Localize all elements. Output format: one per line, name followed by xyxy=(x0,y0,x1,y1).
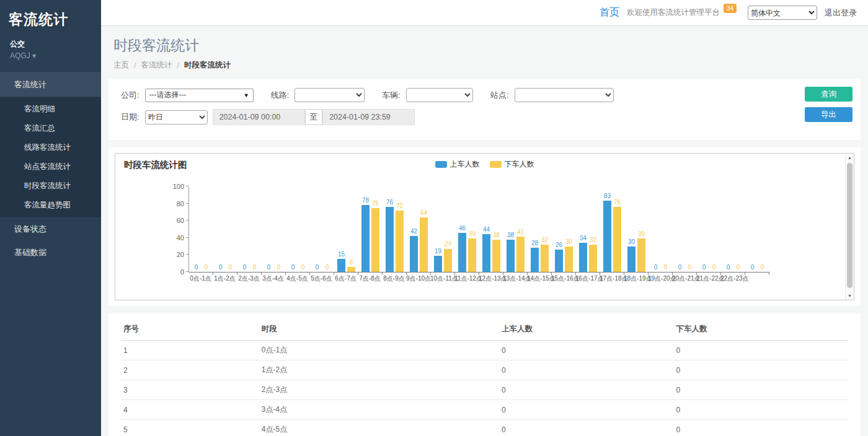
y-axis-tick-label: 20 xyxy=(161,251,184,258)
breadcrumb-current: 时段客流统计 xyxy=(184,60,231,71)
bar: 32 xyxy=(541,245,549,272)
bar-group: 00 xyxy=(673,186,697,272)
language-select[interactable]: 简体中文 xyxy=(748,6,817,20)
sidebar-subitem[interactable]: 线路客流统计 xyxy=(0,138,101,157)
bar: 32 xyxy=(589,245,597,272)
x-axis-tick-label: 19点-20点 xyxy=(648,274,672,283)
chart-scrollbar[interactable]: ▲ ▼ xyxy=(845,154,854,300)
bar: 41 xyxy=(516,237,525,272)
x-axis-tick-label: 11点-12点 xyxy=(454,274,479,283)
legend-item[interactable]: 上车人数 xyxy=(435,159,480,170)
company-select[interactable]: ---请选择--- ▼ xyxy=(145,89,254,102)
bar: 75 xyxy=(371,208,379,272)
y-axis-tick-label: 0 xyxy=(161,268,184,276)
bar-value-label: 0 xyxy=(267,264,271,271)
table-header-cell: 上车人数 xyxy=(499,318,674,341)
profile-account-dropdown[interactable]: AQGJ ▾ xyxy=(10,51,101,60)
filter-panel: 公司: ---请选择--- ▼ 线路: 车辆: 站点: 日期: 昨日 xyxy=(108,79,861,140)
breadcrumb-section[interactable]: 客流统计 xyxy=(141,60,172,71)
bar-value-label: 0 xyxy=(664,264,668,271)
bar-value-label: 0 xyxy=(277,264,281,271)
bar-value-label: 0 xyxy=(326,264,329,271)
station-select[interactable] xyxy=(515,88,614,102)
bar: 42 xyxy=(410,236,418,272)
table-cell: 1点-2点 xyxy=(259,360,499,380)
bar: 39 xyxy=(468,238,476,272)
x-axis-tick-label: 20点-21点 xyxy=(672,274,696,283)
x-axis-tick-label: 8点-9点 xyxy=(382,274,406,283)
action-buttons: 查询 导出 xyxy=(805,87,852,122)
notification-badge[interactable]: 34 xyxy=(724,4,737,13)
breadcrumb-separator: / xyxy=(134,61,136,70)
bar-value-label: 0 xyxy=(761,264,764,271)
x-axis-tick-label: 17点-18点 xyxy=(600,274,624,283)
bar-value-label: 0 xyxy=(243,264,247,271)
export-button[interactable]: 导出 xyxy=(805,107,852,122)
bar-value-label: 27 xyxy=(445,241,451,248)
y-axis-tick-label: 80 xyxy=(161,200,184,207)
vehicle-select[interactable] xyxy=(406,88,473,102)
date-end-input[interactable] xyxy=(322,109,415,125)
home-link[interactable]: 首页 xyxy=(600,6,619,19)
table-cell: 0 xyxy=(499,400,674,420)
table-cell: 2点-3点 xyxy=(259,380,499,400)
y-axis-tick-mark xyxy=(186,237,189,238)
table-cell: 1 xyxy=(121,341,259,360)
bar: 30 xyxy=(627,246,636,272)
date-preset-select[interactable]: 昨日 xyxy=(145,110,208,124)
bar-value-label: 0 xyxy=(253,264,257,271)
query-button[interactable]: 查询 xyxy=(805,87,852,102)
bar-value-label: 0 xyxy=(737,264,740,271)
scrollbar-down-icon[interactable]: ▼ xyxy=(846,294,854,298)
table-cell: 3 xyxy=(121,380,259,400)
line-select[interactable] xyxy=(294,88,365,102)
y-axis-tick-mark xyxy=(186,254,189,255)
chart-panel: 时段车流统计图 上车人数下车人数 00000000000015678757672… xyxy=(108,147,861,306)
bar-group: 1927 xyxy=(431,186,455,272)
app-brand: 客流统计 xyxy=(0,0,101,29)
x-axis-tick-label: 10点-11点 xyxy=(430,274,454,283)
bar-value-label: 0 xyxy=(301,264,305,271)
sidebar-subitem[interactable]: 时段客流统计 xyxy=(0,177,101,196)
sidebar-subitem[interactable]: 站点客流统计 xyxy=(0,157,101,177)
logout-link[interactable]: 退出登录 xyxy=(825,7,857,19)
top-navbar: 首页 欢迎使用客流统计管理平台 34 简体中文 退出登录 xyxy=(101,0,868,26)
sidebar-subitem[interactable]: 客流汇总 xyxy=(0,119,101,138)
x-axis-tick-label: 12点-13点 xyxy=(479,274,503,283)
sidebar-item-device-status[interactable]: 设备状态 xyxy=(0,217,101,241)
table-cell: 0 xyxy=(673,420,848,436)
bar-value-label: 39 xyxy=(638,230,645,237)
x-axis-tick-label: 3点-4点 xyxy=(261,274,285,283)
scrollbar-up-icon[interactable]: ▲ xyxy=(846,155,854,160)
legend-item[interactable]: 下车人数 xyxy=(490,159,534,170)
bar-group: 00 xyxy=(189,186,213,272)
bar-group: 00 xyxy=(649,186,673,272)
sidebar-subitem[interactable]: 客流明细 xyxy=(0,100,101,119)
plot-area: 0000000000001567875767242641927463944383… xyxy=(188,187,769,283)
x-axis-tick-label: 15点-16点 xyxy=(551,274,575,283)
legend-label: 上车人数 xyxy=(450,159,480,170)
bar-group: 156 xyxy=(334,186,358,272)
sidebar-item-base-data[interactable]: 基础数据 xyxy=(0,241,101,264)
sidebar-subitem[interactable]: 客流量趋势图 xyxy=(0,196,101,215)
page-title: 时段客流统计 xyxy=(113,36,861,55)
bar-value-label: 78 xyxy=(362,197,369,204)
x-axis-tick-label: 13点-14点 xyxy=(503,274,527,283)
sidebar-item-passenger-stats[interactable]: 客流统计 xyxy=(0,72,101,97)
bar-group: 3841 xyxy=(503,186,528,272)
x-axis-tick-label: 5点-6点 xyxy=(309,274,334,283)
date-start-input[interactable] xyxy=(213,109,305,125)
bar-group: 00 xyxy=(237,186,262,272)
x-axis-tick-label: 2点-3点 xyxy=(237,274,261,283)
bar-value-label: 76 xyxy=(386,199,393,206)
breadcrumb-home[interactable]: 主页 xyxy=(113,60,129,71)
bar-value-label: 44 xyxy=(483,226,490,233)
bar-value-label: 0 xyxy=(654,264,658,271)
table-cell: 0 xyxy=(499,380,674,400)
table-cell: 4点-5点 xyxy=(259,420,499,436)
profile-org: 公交 xyxy=(10,39,101,50)
bar-group: 00 xyxy=(213,186,237,272)
table-header-cell: 序号 xyxy=(121,318,259,341)
y-axis-tick-mark xyxy=(186,271,189,272)
scrollbar-thumb[interactable] xyxy=(847,163,852,288)
